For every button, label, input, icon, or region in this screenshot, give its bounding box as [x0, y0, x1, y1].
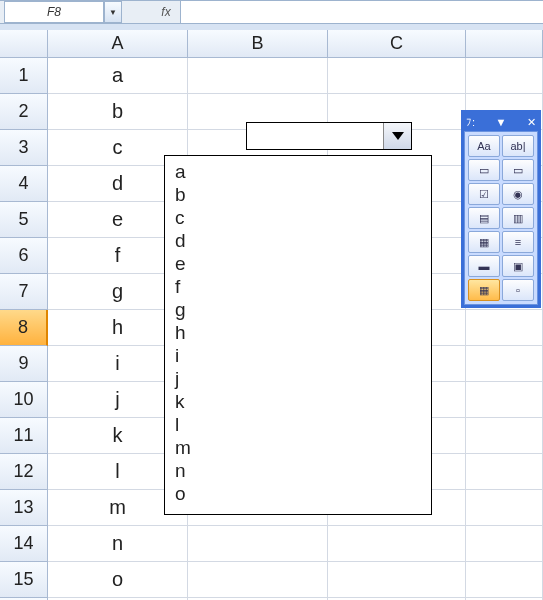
svg-marker-0 — [392, 132, 404, 140]
col-header-D[interactable] — [466, 30, 543, 58]
spin-icon[interactable]: ≡ — [502, 231, 534, 253]
textbox-icon[interactable]: ab| — [502, 135, 534, 157]
listbox-icon[interactable]: ▤ — [468, 207, 500, 229]
combobox-icon[interactable]: ▥ — [502, 207, 534, 229]
more-controls-icon[interactable]: ▦ — [468, 279, 500, 301]
close-icon[interactable]: ✕ — [527, 116, 536, 129]
tool-pane-titlebar[interactable]: ﾌ: ▼ ✕ — [464, 113, 538, 131]
dropdown-item[interactable]: a — [175, 160, 421, 183]
formula-input[interactable] — [180, 1, 543, 23]
tool-pane-options-icon[interactable]: ▼ — [496, 116, 507, 128]
cell[interactable] — [466, 418, 543, 454]
dropdown-item[interactable]: f — [175, 275, 421, 298]
cell[interactable] — [466, 490, 543, 526]
cell[interactable] — [328, 526, 466, 562]
fx-button[interactable]: fx — [152, 1, 180, 23]
row-header[interactable]: 15 — [0, 562, 48, 598]
chevron-down-icon — [392, 132, 404, 140]
dropdown-item[interactable]: i — [175, 344, 421, 367]
column-headers: A B C — [0, 30, 543, 58]
col-header-C[interactable]: C — [328, 30, 466, 58]
name-box-dropdown[interactable]: ▼ — [104, 1, 122, 23]
dropdown-item[interactable]: m — [175, 436, 421, 459]
cell[interactable] — [328, 58, 466, 94]
row-header[interactable]: 5 — [0, 202, 48, 238]
row-header[interactable]: 4 — [0, 166, 48, 202]
dropdown-item[interactable]: c — [175, 206, 421, 229]
row-header[interactable]: 8 — [0, 310, 48, 346]
combobox-dropdown-button[interactable] — [383, 123, 411, 149]
label-icon[interactable]: Aa — [468, 135, 500, 157]
cell[interactable] — [466, 346, 543, 382]
cell[interactable] — [466, 526, 543, 562]
combobox-input[interactable] — [247, 123, 383, 149]
col-header-B[interactable]: B — [188, 30, 328, 58]
row-header[interactable]: 1 — [0, 58, 48, 94]
row-header[interactable]: 13 — [0, 490, 48, 526]
row-header[interactable]: 12 — [0, 454, 48, 490]
dropdown-item[interactable]: e — [175, 252, 421, 275]
row-header[interactable]: 11 — [0, 418, 48, 454]
col-header-A[interactable]: A — [48, 30, 188, 58]
button-icon[interactable]: ▭ — [502, 159, 534, 181]
row-header[interactable]: 2 — [0, 94, 48, 130]
dropdown-item[interactable]: n — [175, 459, 421, 482]
combobox-control[interactable] — [246, 122, 412, 150]
grid-row: 14n — [0, 526, 543, 562]
dropdown-item[interactable]: k — [175, 390, 421, 413]
row-header[interactable]: 3 — [0, 130, 48, 166]
cell[interactable] — [466, 58, 543, 94]
row-header[interactable]: 6 — [0, 238, 48, 274]
group-box-icon[interactable]: ▭ — [468, 159, 500, 181]
dropdown-item[interactable]: l — [175, 413, 421, 436]
image-icon[interactable]: ▣ — [502, 255, 534, 277]
grid-row: 1a — [0, 58, 543, 94]
dropdown-item[interactable]: d — [175, 229, 421, 252]
tool-pane-title: ﾌ: — [466, 116, 475, 128]
dropdown-item[interactable]: h — [175, 321, 421, 344]
cell[interactable]: b — [48, 94, 188, 130]
cell[interactable]: n — [48, 526, 188, 562]
row-header[interactable]: 7 — [0, 274, 48, 310]
dropdown-item[interactable]: o — [175, 482, 421, 505]
scrollbar-icon[interactable]: ▬ — [468, 255, 500, 277]
cell[interactable] — [188, 58, 328, 94]
dropdown-item[interactable]: g — [175, 298, 421, 321]
option-button-icon[interactable]: ◉ — [502, 183, 534, 205]
cell[interactable]: a — [48, 58, 188, 94]
toggle-icon[interactable]: ▦ — [468, 231, 500, 253]
row-header[interactable]: 14 — [0, 526, 48, 562]
grid-row: 15o — [0, 562, 543, 598]
cell[interactable] — [188, 526, 328, 562]
dropdown-item[interactable]: j — [175, 367, 421, 390]
formula-bar: F8 ▼ fx — [0, 0, 543, 24]
cell[interactable] — [188, 562, 328, 598]
cell[interactable] — [466, 382, 543, 418]
forms-tool-pane[interactable]: ﾌ: ▼ ✕ Aaab|▭▭☑◉▤▥▦≡▬▣▦▫ — [461, 110, 541, 308]
properties-icon[interactable]: ▫ — [502, 279, 534, 301]
name-box[interactable]: F8 — [4, 1, 104, 23]
row-header[interactable]: 9 — [0, 346, 48, 382]
row-header[interactable]: 10 — [0, 382, 48, 418]
cell[interactable] — [466, 454, 543, 490]
combobox-dropdown-list[interactable]: abcdefghijklmno — [164, 155, 432, 515]
cell[interactable] — [328, 562, 466, 598]
dropdown-item[interactable]: b — [175, 183, 421, 206]
select-all-corner[interactable] — [0, 30, 48, 58]
cell[interactable] — [466, 562, 543, 598]
cell[interactable] — [466, 310, 543, 346]
cell[interactable]: o — [48, 562, 188, 598]
checkbox-icon[interactable]: ☑ — [468, 183, 500, 205]
